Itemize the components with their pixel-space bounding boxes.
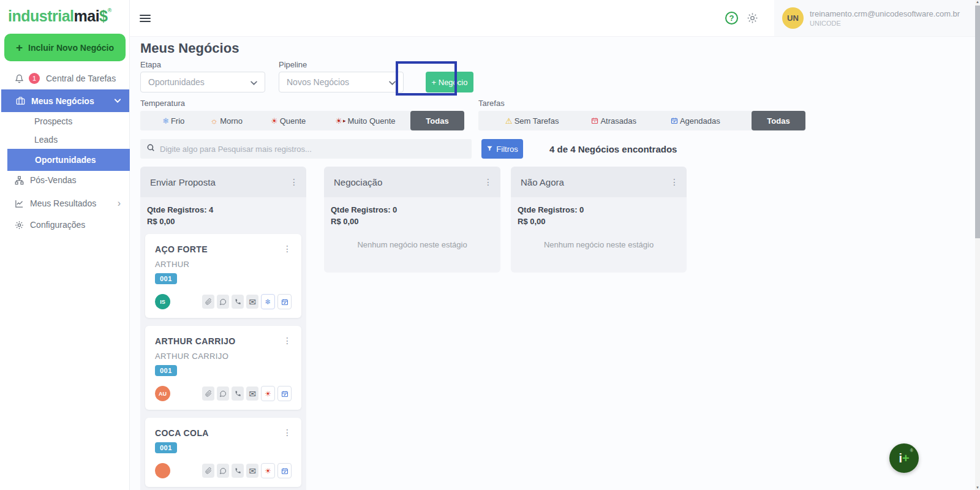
gear-icon xyxy=(14,221,24,230)
calendar-icon[interactable] xyxy=(277,463,292,478)
chart-line-icon xyxy=(14,199,24,208)
temp-option-label: Morno xyxy=(220,116,243,126)
scroll-down-icon[interactable]: ▼ xyxy=(975,486,980,489)
temp-option-muito-quente[interactable]: ☀ ▸ Muito Quente xyxy=(335,116,395,126)
card-menu-icon[interactable]: ⋮ xyxy=(283,336,292,345)
bell-icon xyxy=(14,74,24,83)
task-option-atrasadas[interactable]: Atrasadas xyxy=(591,116,636,126)
chevron-down-icon xyxy=(389,77,396,87)
task-option-sem-tarefas[interactable]: ⚠ Sem Tarefas xyxy=(505,116,559,126)
filtros-button[interactable]: Filtros xyxy=(481,139,523,159)
email-icon[interactable]: ✉ xyxy=(246,464,258,478)
sidebar-item-configuracoes[interactable]: Configurações xyxy=(0,216,129,234)
empty-stage-text: Nenhum negócio neste estágio xyxy=(516,226,682,266)
card-title: COCA COLA xyxy=(155,428,209,438)
card-menu-icon[interactable]: ⋮ xyxy=(283,428,292,437)
etapa-select[interactable]: Oportunidades xyxy=(140,72,265,92)
attachment-icon[interactable] xyxy=(202,295,214,309)
sun-icon: ☀ xyxy=(271,116,278,126)
column-count: Qtde Registros: 0 xyxy=(516,205,682,214)
task-option-label: Agendadas xyxy=(680,116,720,126)
card-avatar: IS xyxy=(155,294,170,309)
email-icon[interactable]: ✉ xyxy=(246,295,258,309)
column-title: Negociação xyxy=(334,177,382,187)
tarefas-filter-bar: ⚠ Sem Tarefas Atrasadas xyxy=(478,111,805,130)
column-negociacao: Negociação ⋮ Qtde Registros: 0 R$ 0,00 N… xyxy=(324,167,500,273)
pipeline-select[interactable]: Novos Negócios xyxy=(279,72,404,92)
scrollbar[interactable]: ▲ ▼ xyxy=(975,0,980,490)
task-todas-button[interactable]: Todas xyxy=(752,111,805,130)
temperature-hot-icon[interactable]: ☀ xyxy=(261,463,275,478)
topbar: ? UN treinamento.crm@unicodesoftware.com… xyxy=(130,0,980,37)
temperature-cold-icon[interactable]: ❄ xyxy=(261,294,275,309)
sidebar-item-central-de-tarefas[interactable]: 1 Central de Tarefas xyxy=(0,69,129,88)
deal-card-aco-forte[interactable]: AÇO FORTE ⋮ ARTHUR 001 IS xyxy=(145,234,301,318)
temp-option-frio[interactable]: ❄ Frio xyxy=(162,116,184,126)
search-input[interactable] xyxy=(160,145,466,154)
sidebar-item-prospects[interactable]: Prospects xyxy=(0,112,129,130)
card-menu-icon[interactable]: ⋮ xyxy=(283,244,292,253)
help-icon[interactable]: ? xyxy=(725,12,738,24)
sidebar-nav: 1 Central de Tarefas Meus Negócios Prosp… xyxy=(0,69,129,234)
phone-icon[interactable] xyxy=(232,295,244,309)
sidebar-item-meus-resultados[interactable]: Meus Resultados › xyxy=(0,194,129,213)
attachment-icon[interactable] xyxy=(202,464,214,478)
registered-mark-icon: ® xyxy=(108,7,111,13)
registered-mark-icon: ® xyxy=(910,448,913,453)
deal-card-coca-cola[interactable]: COCA COLA ⋮ 001 ✉ xyxy=(145,418,301,487)
sidebar-item-meus-negocios[interactable]: Meus Negócios xyxy=(1,89,129,112)
sidebar-item-label: Meus Negócios xyxy=(31,96,94,106)
user-menu[interactable]: UN treinamento.crm@unicodesoftware.com.b… xyxy=(774,0,980,36)
briefcase-icon xyxy=(15,96,25,105)
user-email: treinamento.crm@unicodesoftware.com.br xyxy=(810,9,960,18)
temp-option-morno[interactable]: ☼ Morno xyxy=(210,116,243,126)
phone-icon[interactable] xyxy=(232,464,244,478)
menu-toggle-icon[interactable] xyxy=(140,13,151,24)
sun-outline-icon: ☼ xyxy=(210,116,218,126)
temp-option-quente[interactable]: ☀ Quente xyxy=(271,116,306,126)
task-option-agendadas[interactable]: Agendadas xyxy=(671,116,720,126)
new-negocio-button[interactable]: + Negócio xyxy=(426,72,473,92)
page-title: Meus Negócios xyxy=(140,40,980,56)
brand-logo-symbol: $ xyxy=(99,7,107,24)
brand-fab-button[interactable]: i+ ® xyxy=(889,443,919,473)
sidebar-item-label: Leads xyxy=(34,135,58,145)
whatsapp-icon[interactable] xyxy=(217,464,229,478)
chevron-down-icon xyxy=(251,77,257,87)
sidebar-item-oportunidades[interactable]: Oportunidades xyxy=(7,149,130,171)
column-nao-agora: Não Agora ⋮ Qtde Registros: 0 R$ 0,00 Ne… xyxy=(511,167,687,273)
sun-icon: ☀ xyxy=(335,116,342,126)
sidebar-item-pos-vendas[interactable]: Pós-Vendas xyxy=(0,171,129,189)
filtros-button-label: Filtros xyxy=(496,145,518,154)
card-badge: 001 xyxy=(155,273,177,284)
task-option-label: Sem Tarefas xyxy=(514,116,559,126)
deal-card-arthur-carrijo[interactable]: ARTHUR CARRIJO ⋮ ARTHUR CARRIJO 001 AU xyxy=(145,326,301,410)
temp-todas-button[interactable]: Todas xyxy=(410,111,464,130)
scroll-up-icon[interactable]: ▲ xyxy=(975,0,980,4)
column-menu-icon[interactable]: ⋮ xyxy=(484,178,492,186)
calendar-overdue-icon xyxy=(591,117,598,124)
new-deal-button[interactable]: + Incluir Novo Negócio xyxy=(4,34,126,61)
sidebar-item-label: Central de Tarefas xyxy=(46,74,116,83)
settings-gear-icon[interactable] xyxy=(747,12,758,24)
temperature-hot-icon[interactable]: ☀ xyxy=(261,386,275,401)
attachment-icon[interactable] xyxy=(202,386,214,401)
task-option-label: Atrasadas xyxy=(600,116,636,126)
whatsapp-icon[interactable] xyxy=(217,386,229,401)
column-menu-icon[interactable]: ⋮ xyxy=(670,178,679,186)
scrollbar-thumb[interactable] xyxy=(975,6,980,238)
chevron-right-icon: › xyxy=(118,200,121,206)
sidebar-item-leads[interactable]: Leads xyxy=(0,130,129,149)
calendar-icon[interactable] xyxy=(277,386,292,401)
kanban-board: Enviar Proposta ⋮ Qtde Registros: 4 R$ 0… xyxy=(140,167,980,490)
phone-icon[interactable] xyxy=(232,386,244,401)
sidebar-item-label: Pós-Vendas xyxy=(30,175,77,185)
email-icon[interactable]: ✉ xyxy=(246,386,258,401)
temp-option-label: Muito Quente xyxy=(348,116,396,126)
column-menu-icon[interactable]: ⋮ xyxy=(290,178,298,186)
snowflake-icon: ❄ xyxy=(162,116,169,126)
whatsapp-icon[interactable] xyxy=(217,295,229,309)
card-subtitle: ARTHUR xyxy=(155,260,292,269)
calendar-icon[interactable] xyxy=(277,294,292,309)
calendar-check-icon xyxy=(671,117,678,124)
